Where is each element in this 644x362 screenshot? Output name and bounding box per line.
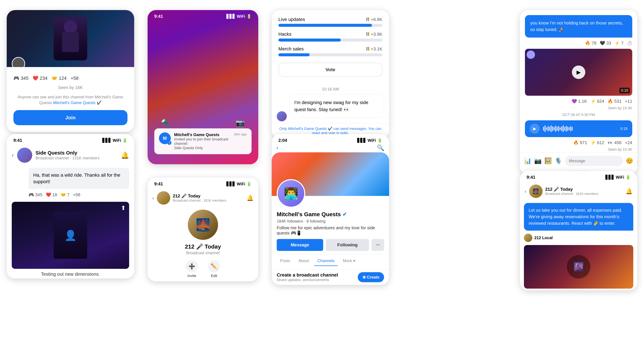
- channel-big-avatar-container: 🌉: [148, 206, 258, 242]
- message-button[interactable]: Message: [277, 239, 323, 251]
- channel-display-name: 212 🎤 Today: [148, 242, 258, 251]
- notification-bell[interactable]: 🔔: [121, 151, 129, 159]
- photo-icon[interactable]: 🖼️: [544, 157, 552, 164]
- post-image: 🌆: [524, 245, 633, 289]
- message-sender-avatar: [277, 111, 287, 121]
- channel-info: Side Quests Only Broadcast channel · 131…: [36, 150, 100, 160]
- reaction-heart: ❤️ 234: [32, 75, 48, 81]
- status-icons: ▋▋▋ WiFi 🔋: [357, 138, 382, 143]
- channel-header: ‹ 🌉 212 🎤 Today Broadcast channel · 181K…: [520, 181, 637, 200]
- create-channel-info: Create a broadcast channel Share updates…: [277, 272, 338, 282]
- emoji-icon[interactable]: 😊: [626, 157, 633, 164]
- poll-bar-fill: [278, 24, 372, 27]
- tab-about[interactable]: About: [295, 256, 312, 266]
- flashlight-icon[interactable]: 🔦: [161, 119, 170, 127]
- share-icon[interactable]: ⬆: [121, 204, 126, 212]
- side-quests-broadcast-card: 9:41 ▋▋▋ WiFi 🔋 ‹ Side Quests Only Broad…: [7, 134, 134, 279]
- notification-bell[interactable]: 🔔: [626, 188, 632, 195]
- poll-bar-fill-2: [278, 38, 341, 41]
- wifi-icon: WiFi: [237, 14, 245, 19]
- poll-option-1: Live updates 🧑‍🤝‍🧑 +6.8K: [278, 17, 382, 27]
- profile-bio: Follow me for epic adventures and my lov…: [277, 225, 384, 236]
- battery-icon: 🔋: [246, 14, 252, 19]
- channel-owner-avatar: [12, 57, 25, 67]
- like-icon[interactable]: 👍: [636, 157, 637, 164]
- back-button[interactable]: ‹: [152, 195, 154, 201]
- invite-icon: ➕: [186, 260, 198, 272]
- play-button[interactable]: ▶: [572, 65, 585, 79]
- poll-option-2: Hacks 🧑‍🤝‍🧑 +3.9K: [278, 31, 382, 41]
- notification-popup[interactable]: M f Mitchell's Game Quests Invited you t…: [154, 128, 252, 154]
- wifi-icon: WiFi: [616, 175, 624, 180]
- back-button[interactable]: ‹: [12, 152, 14, 159]
- audio-message: ▶: [525, 120, 632, 137]
- broadcast-message: Let us take you out for dinner, all expe…: [524, 203, 633, 231]
- signal-icon: ▋▋▋: [102, 138, 111, 143]
- reaction-more: +58: [70, 76, 79, 81]
- poll-bar-track: [278, 24, 382, 27]
- tab-posts[interactable]: Posts: [277, 256, 294, 266]
- status-icons: ▋▋▋ WiFi 🔋: [226, 182, 252, 186]
- tab-more[interactable]: More ▾: [340, 256, 358, 266]
- signal-icon: ▋▋▋: [226, 14, 236, 19]
- back-button[interactable]: ‹: [276, 144, 278, 151]
- message-bubble: Ha, that was a wild ride. Thanks all for…: [28, 168, 129, 189]
- more-button[interactable]: ···: [372, 239, 384, 251]
- status-bar: 9:41 ▋▋▋ WiFi 🔋: [7, 134, 134, 144]
- notification-bell[interactable]: 🔔: [246, 195, 254, 201]
- video-thumbnail: ▶ 0:15: [525, 49, 632, 96]
- status-bar: 9:41 ▋▋▋ WiFi 🔋: [148, 10, 258, 20]
- camera-icon[interactable]: 📷: [534, 157, 542, 164]
- poll-option-3: Merch sales 🧑‍🤝‍🧑 +3.1K: [278, 46, 382, 56]
- cover-silhouette: [54, 17, 87, 60]
- sender-avatar: [524, 234, 532, 242]
- channel-header: ‹ 212 🎤 Today Broadcast channel · 181K m…: [148, 188, 258, 206]
- channel-avatar: [17, 148, 32, 163]
- wifi-icon: WiFi: [368, 138, 376, 143]
- vote-button[interactable]: Vote: [278, 63, 382, 77]
- channel-cover-image: [7, 10, 134, 67]
- message-input[interactable]: [565, 156, 623, 166]
- audio-play-button[interactable]: ▶: [530, 124, 540, 134]
- signal-icon: ▋▋▋: [606, 175, 614, 180]
- following-button[interactable]: Following: [326, 239, 369, 251]
- channel-actions: ➕ Invite ✏️ Edit: [148, 259, 258, 281]
- message-content: I'm designing new swag for my side quest…: [290, 94, 384, 118]
- message-timestamp: 10:16 AM: [272, 83, 389, 94]
- camera-icon[interactable]: 📷: [236, 119, 245, 127]
- channel-info: 212 🎤 Today Broadcast channel · 181K mem…: [173, 193, 226, 202]
- channel-big-avatar: 🌉: [188, 210, 218, 240]
- channel-avatar: [157, 191, 170, 205]
- wifi-icon: WiFi: [237, 182, 245, 186]
- edit-action[interactable]: ✏️ Edit: [208, 260, 220, 278]
- bar-chart-icon[interactable]: 📊: [524, 157, 532, 164]
- create-channel-button[interactable]: ⊕ Create: [358, 272, 384, 282]
- mic-icon[interactable]: 🎙️: [554, 157, 562, 164]
- tab-channels[interactable]: Channels: [314, 256, 338, 266]
- reaction-gamepad: 🎮 345: [14, 75, 28, 81]
- battery-icon: 🔋: [246, 182, 252, 186]
- image-caption: Testing out new dimensions.: [7, 272, 134, 279]
- profile-stats: 184K followers · 8 following: [277, 219, 384, 224]
- audio-reactions: 🔥 971 ⚡ 612 👀 456 +24: [520, 139, 637, 147]
- search-button[interactable]: 🔍: [377, 144, 384, 151]
- verified-badge: ✔: [342, 211, 347, 217]
- poll-bar-fill-3: [278, 53, 310, 56]
- chat-thread-card: you know I'm not holding back on those s…: [520, 10, 637, 175]
- back-button[interactable]: ‹: [524, 188, 526, 194]
- poll-bar-track-3: [278, 53, 382, 56]
- video-duration: 0:15: [619, 88, 630, 93]
- invite-action[interactable]: ➕ Invite: [186, 260, 198, 278]
- status-bar: 9:41 ▋▋▋ WiFi 🔋: [148, 178, 258, 188]
- poll-message-card: Live updates 🧑‍🤝‍🧑 +6.8K Hacks 🧑‍🤝‍🧑 +3.…: [272, 10, 389, 139]
- join-button[interactable]: Join: [14, 110, 128, 125]
- signal-icon: ▋▋▋: [357, 138, 366, 143]
- message-reactions-1: 🔥 78 🖤 33 ⚡ 7 ⏱️: [520, 39, 637, 47]
- profile-tabs: Posts About Channels More ▾: [277, 254, 384, 266]
- status-bar: 9:41 ▋▋▋ WiFi 🔋: [520, 171, 637, 181]
- poll-bar-track-2: [278, 38, 382, 41]
- two-twelve-chat-card: 9:41 ▋▋▋ WiFi 🔋 ‹ 🌉 212 🎤 Today Broadcas…: [520, 171, 637, 290]
- battery-icon: 🔋: [122, 138, 128, 143]
- post-image: 👤 ⬆: [12, 202, 129, 269]
- seen-label: Seen by 15.3K: [520, 105, 637, 111]
